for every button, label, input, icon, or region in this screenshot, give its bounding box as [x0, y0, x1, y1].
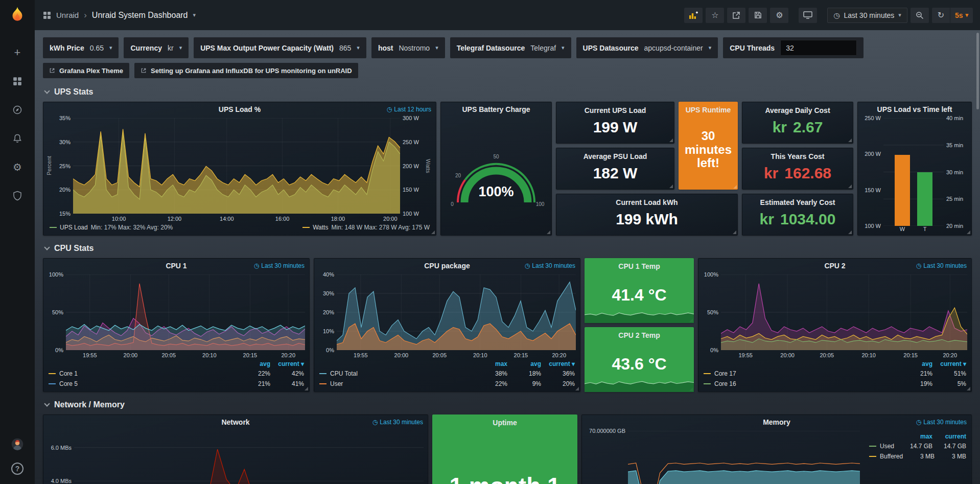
legend-series-label[interactable]: Watts [313, 224, 328, 231]
panel-timerange[interactable]: ◷ Last 30 minutes [254, 262, 305, 269]
stat-title[interactable]: Uptime [432, 419, 577, 427]
chevron-down-icon[interactable]: ▾ [193, 12, 196, 18]
axis-tick: 16:00 [275, 216, 290, 222]
panel-timerange[interactable]: ◷ Last 30 minutes [525, 262, 575, 269]
stat-title[interactable]: UPS Runtime [679, 106, 738, 114]
variable-pill[interactable]: Currencykr▾ [124, 37, 189, 58]
stat-value: kr2.67 [742, 114, 853, 143]
stat-title[interactable]: CPU 1 Temp [585, 262, 694, 270]
cpu1-chart[interactable] [66, 274, 305, 350]
stat-title[interactable]: This Years Cost [742, 152, 853, 160]
variable-pill[interactable]: CPU Threads [723, 37, 864, 58]
variable-pill[interactable]: UPS Datasourceapcupsd-container▾ [576, 37, 718, 58]
bar-chart[interactable] [883, 118, 944, 226]
variable-pill[interactable]: Telegraf DatasourceTelegraf▾ [450, 37, 571, 58]
scrollbar-thumb[interactable] [976, 33, 979, 109]
legend-column-current[interactable]: current ▾ [932, 360, 966, 367]
legend-column-avg[interactable]: avg [899, 360, 932, 367]
legend-column-max[interactable]: max [474, 360, 507, 367]
stat-title[interactable]: Current Load kWh [556, 198, 737, 206]
legend-column-max[interactable]: max [899, 433, 932, 440]
network-chart[interactable] [74, 431, 424, 484]
legend-series-label[interactable]: User [319, 380, 474, 387]
sidebar-item-dashboards[interactable] [8, 74, 27, 88]
panel-title[interactable]: CPU 2 [824, 262, 845, 270]
legend-series-label[interactable]: Core 17 [704, 370, 899, 377]
breadcrumb-app[interactable]: Unraid [56, 11, 79, 19]
dashboard-link[interactable]: Setting up Grafana and InfluxDB for UPS … [134, 63, 358, 78]
section-cpu-stats[interactable]: CPU Stats [43, 241, 972, 256]
variable-input[interactable] [780, 40, 857, 56]
panel-title[interactable]: UPS Load % [219, 105, 261, 113]
legend-column-current[interactable]: current ▾ [541, 360, 575, 367]
panel-title[interactable]: CPU package [424, 262, 470, 270]
panel-average-daily-cost: Average Daily Cost kr2.67 [742, 102, 853, 144]
panel-timerange[interactable]: ◷ Last 30 minutes [916, 419, 967, 426]
stat-title[interactable]: Current UPS Load [556, 106, 674, 114]
panel-resize-handle[interactable] [305, 387, 308, 390]
panel-resize-handle[interactable] [547, 231, 550, 234]
time-range-picker[interactable]: ◷ Last 30 minutes ▾ [827, 8, 907, 23]
sidebar-item-configuration[interactable]: ⚙ [8, 160, 27, 174]
legend-series-label[interactable]: CPU Total [319, 370, 474, 377]
panel-title[interactable]: UPS Battery Charge [462, 105, 530, 113]
legend-marker-icon [49, 373, 56, 374]
star-button[interactable]: ☆ [706, 8, 724, 23]
stat-title[interactable]: Estimated Yearly Cost [742, 198, 853, 206]
breadcrumb-page-title[interactable]: Unraid System Dashboard [92, 11, 188, 20]
legend-column-avg[interactable]: avg [507, 360, 541, 367]
variable-pill[interactable]: kWh Price0.65▾ [43, 37, 119, 58]
sidebar-item-create[interactable]: + [8, 45, 27, 60]
legend-series-label[interactable]: Core 16 [704, 380, 899, 387]
panel-title[interactable]: Memory [763, 418, 790, 426]
dashboard-link[interactable]: Grafana Plex Theme [43, 63, 129, 78]
refresh-button[interactable]: ↻ [932, 8, 950, 23]
legend-series-label[interactable]: Used [869, 443, 899, 450]
legend-series-label[interactable]: UPS Load [60, 224, 88, 231]
panel-timerange[interactable]: ◷ Last 30 minutes [372, 419, 423, 426]
stat-title[interactable]: Average Daily Cost [742, 106, 853, 114]
variable-pill[interactable]: hostNostromo▾ [371, 37, 445, 58]
legend-value: 19% [899, 380, 932, 387]
dashboard-settings-button[interactable]: ⚙ [770, 8, 788, 23]
zoom-out-button[interactable] [911, 8, 929, 23]
legend-series-label[interactable]: Core 1 [49, 370, 237, 377]
panel-timerange[interactable]: ◷ Last 30 minutes [916, 262, 967, 269]
cpu2-chart[interactable] [721, 274, 967, 350]
panel-title[interactable]: CPU 1 [166, 262, 186, 270]
legend-column-current[interactable]: current ▾ [270, 360, 304, 367]
sidebar-item-explore[interactable] [8, 103, 27, 117]
section-network-memory[interactable]: Network / Memory [43, 398, 972, 412]
panel-timerange[interactable]: ◷ Last 12 hours [387, 106, 431, 113]
panel-resize-handle[interactable] [967, 387, 970, 390]
cpu-package-chart[interactable] [337, 274, 576, 350]
legend-column-avg[interactable]: avg [237, 360, 270, 367]
grafana-logo[interactable] [0, 0, 35, 30]
stat-title[interactable]: CPU 2 Temp [585, 331, 694, 339]
cycle-view-button[interactable] [799, 8, 817, 23]
sidebar-item-alerting[interactable] [8, 131, 27, 146]
panel-resize-handle[interactable] [967, 231, 970, 234]
panel-resize-handle[interactable] [575, 387, 579, 390]
help-button[interactable]: ? [8, 462, 27, 476]
legend-series-label[interactable]: Buffered [869, 453, 903, 460]
memory-chart[interactable] [628, 431, 860, 484]
panel-title[interactable]: UPS Load vs Time left [877, 105, 952, 113]
apps-grid-icon[interactable] [43, 11, 51, 19]
panel-resize-handle[interactable] [431, 231, 435, 234]
stat-title[interactable]: Average PSU Load [556, 152, 674, 160]
refresh-interval-picker[interactable]: 5s ▾ [950, 8, 973, 23]
save-button[interactable] [749, 8, 767, 23]
sidebar-item-server-admin[interactable] [8, 189, 27, 203]
user-avatar[interactable] [8, 437, 27, 451]
y2-axis-label: Watts [425, 118, 432, 214]
legend-column-current[interactable]: current [932, 433, 966, 440]
legend-series-label[interactable]: Core 5 [49, 380, 237, 387]
link-label: Grafana Plex Theme [59, 67, 123, 75]
share-button[interactable] [727, 8, 745, 23]
ups-load-chart[interactable] [73, 118, 400, 214]
section-ups-stats[interactable]: UPS Stats [43, 85, 972, 99]
add-panel-button[interactable] [684, 8, 703, 23]
panel-title[interactable]: Network [221, 418, 249, 426]
variable-pill[interactable]: UPS Max Output Power Capacity (Watt)865▾ [194, 37, 366, 58]
